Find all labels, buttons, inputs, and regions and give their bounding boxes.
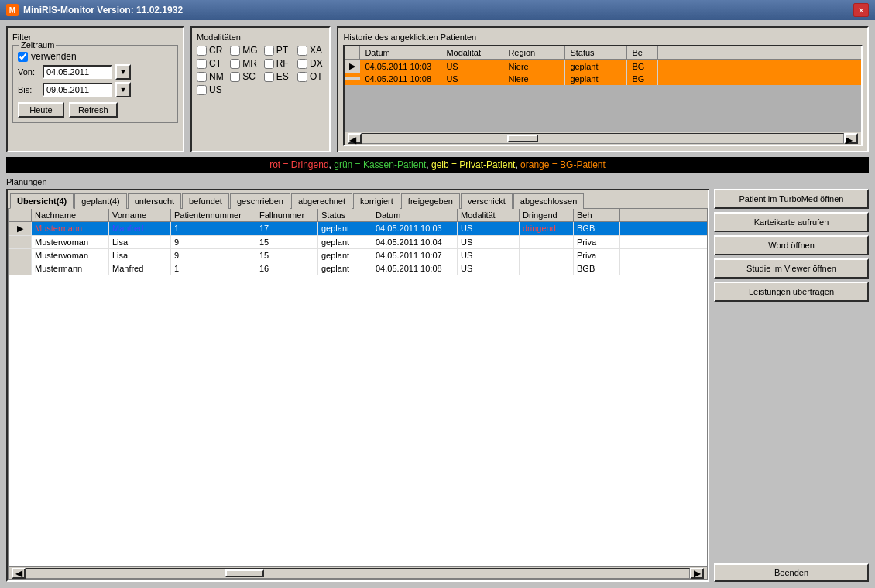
refresh-button[interactable]: Refresh: [69, 102, 118, 118]
verwenden-row: verwenden: [18, 51, 173, 62]
hist-scroll-right[interactable]: ▶: [844, 133, 858, 144]
th-dringend[interactable]: Dringend: [520, 209, 574, 221]
leistungen-button[interactable]: Leistungen übertragen: [714, 282, 869, 302]
mod-pt: PT: [264, 45, 291, 56]
tab-freigegeben[interactable]: freigegeben: [401, 193, 460, 209]
td-dringend-4: [520, 262, 574, 275]
tab-abgerechnet[interactable]: abgerechnet: [291, 193, 352, 209]
hist-row1-arrow: ▶: [345, 60, 360, 73]
td-fallnummer-3: 15: [256, 249, 318, 262]
table-scrollbar-thumb: [225, 569, 264, 577]
td-patienten-4: 1: [171, 262, 256, 275]
td-modalitat-3: US: [458, 249, 520, 262]
history-empty-area: [345, 85, 861, 132]
mod-cr-checkbox[interactable]: [197, 46, 207, 56]
td-fallnummer-4: 16: [256, 262, 318, 275]
mod-xa: XA: [297, 45, 324, 56]
history-row-2[interactable]: 04.05.2011 10:08 US Niere geplant BG: [345, 73, 861, 85]
verwenden-checkbox[interactable]: [18, 52, 28, 62]
bis-calendar-button[interactable]: ▼: [115, 82, 131, 97]
mod-nm-checkbox[interactable]: [197, 72, 207, 82]
tab-geplant[interactable]: geplant(4): [74, 193, 127, 209]
mod-dx-checkbox[interactable]: [297, 59, 307, 69]
hist-row2-status: geplant: [565, 73, 627, 85]
th-modalitat[interactable]: Modalität: [458, 209, 520, 221]
mod-mr-checkbox[interactable]: [230, 59, 240, 69]
close-button[interactable]: ✕: [853, 3, 869, 17]
tab-geschrieben[interactable]: geschrieben: [230, 193, 290, 209]
mod-mg-checkbox[interactable]: [230, 46, 240, 56]
mod-pt-checkbox[interactable]: [264, 46, 274, 56]
hist-header-arrow: [345, 46, 360, 59]
mod-sc-checkbox[interactable]: [230, 72, 240, 82]
th-datum[interactable]: Datum: [372, 209, 458, 221]
open-turbomed-button[interactable]: Patient im TurboMed öffnen: [714, 189, 869, 209]
karteikarte-button[interactable]: Karteikarte aufrufen: [714, 212, 869, 232]
hist-row2-be: BG: [627, 73, 658, 85]
hist-scrollbar-track[interactable]: [362, 133, 844, 144]
verwenden-label: verwenden: [31, 51, 77, 62]
td-vorname-3: Lisa: [109, 249, 171, 262]
table-row[interactable]: Mustermann Manfred 1 16 geplant 04.05.20…: [9, 262, 707, 275]
td-modalitat-4: US: [458, 262, 520, 275]
table-row[interactable]: Musterwoman Lisa 9 15 geplant 04.05.2011…: [9, 249, 707, 262]
history-row-1[interactable]: ▶ 04.05.2011 10:03 US Niere geplant BG: [345, 60, 861, 73]
mod-ot-checkbox[interactable]: [297, 72, 307, 82]
hist-header-be: Be: [627, 46, 658, 59]
td-beh-2: Priva: [574, 236, 620, 248]
hist-row2-arrow: [345, 77, 360, 80]
td-patienten-1: 1: [171, 222, 256, 235]
th-beh[interactable]: Beh: [574, 209, 620, 221]
tab-verschickt[interactable]: verschickt: [461, 193, 513, 209]
td-vorname-2: Lisa: [109, 236, 171, 248]
title-bar-text: MiniRIS-Monitor Version: 11.02.1932: [23, 5, 183, 15]
mod-es-checkbox[interactable]: [264, 72, 274, 82]
mod-us-checkbox[interactable]: [197, 85, 207, 95]
th-fallnummer[interactable]: Fallnummer: [256, 209, 318, 221]
tab-abgeschlossen[interactable]: abgeschlossen: [513, 193, 584, 209]
von-calendar-button[interactable]: ▼: [115, 64, 131, 80]
mod-xa-checkbox[interactable]: [297, 46, 307, 56]
beenden-button[interactable]: Beenden: [714, 563, 869, 582]
mod-rf-checkbox[interactable]: [264, 59, 274, 69]
table-scroll-left[interactable]: ◀: [12, 568, 26, 579]
th-patientennummer[interactable]: Patientennummer: [171, 209, 256, 221]
word-button[interactable]: Word öffnen: [714, 235, 869, 255]
td-beh-1: BGB: [574, 222, 620, 235]
th-nachname[interactable]: Nachname: [32, 209, 109, 221]
bis-row: Bis: ▼: [18, 82, 173, 97]
zeitraum-label: Zeitraum: [19, 40, 56, 50]
table-wrapper: Nachname Vorname Patientennummer Fallnum…: [8, 208, 708, 580]
zeitraum-group: Zeitraum verwenden Von: ▼ Bis: ▼ Heute: [12, 45, 178, 123]
table-scroll-right[interactable]: ▶: [690, 568, 704, 579]
von-date-input[interactable]: [43, 65, 112, 79]
main-content: Filter Zeitraum verwenden Von: ▼ Bis: ▼: [0, 20, 875, 588]
legend-rot: rot = Dringend: [269, 159, 328, 170]
tab-ubersicht[interactable]: Übersicht(4): [10, 193, 74, 209]
bis-date-input[interactable]: [43, 83, 112, 97]
mod-nm: NM: [197, 71, 224, 82]
td-arrow-4: [9, 262, 32, 275]
mod-dx: DX: [297, 58, 324, 69]
td-status-2: geplant: [318, 236, 372, 248]
table-row[interactable]: ▶ Mustermann Manfred 1 17 geplant 04.05.…: [9, 222, 707, 236]
filter-panel: Filter Zeitraum verwenden Von: ▼ Bis: ▼: [6, 26, 184, 152]
table-scrollbar-track[interactable]: [26, 568, 690, 579]
modalities-panel: Modalitäten CR MG PT XA CT MR RF DX NM S…: [190, 26, 331, 152]
mod-ot: OT: [297, 71, 324, 82]
table-row[interactable]: Musterwoman Lisa 9 15 geplant 04.05.2011…: [9, 236, 707, 249]
tab-korrigiert[interactable]: korrigiert: [353, 193, 400, 209]
th-vorname[interactable]: Vorname: [109, 209, 171, 221]
bis-label: Bis:: [18, 85, 39, 94]
mod-ct-checkbox[interactable]: [197, 59, 207, 69]
history-title: Historie des angeklickten Patienten: [343, 32, 863, 42]
tab-untersucht[interactable]: untersucht: [128, 193, 181, 209]
th-status[interactable]: Status: [318, 209, 372, 221]
viewer-button[interactable]: Studie im Viewer öffnen: [714, 258, 869, 279]
tab-befundet[interactable]: befundet: [182, 193, 229, 209]
hist-scroll-left[interactable]: ◀: [348, 133, 362, 144]
legend-bar: rot = Dringend, grün = Kassen-Patient, g…: [6, 157, 869, 173]
heute-button[interactable]: Heute: [18, 102, 64, 118]
mod-cr: CR: [197, 45, 224, 56]
td-patienten-2: 9: [171, 236, 256, 248]
